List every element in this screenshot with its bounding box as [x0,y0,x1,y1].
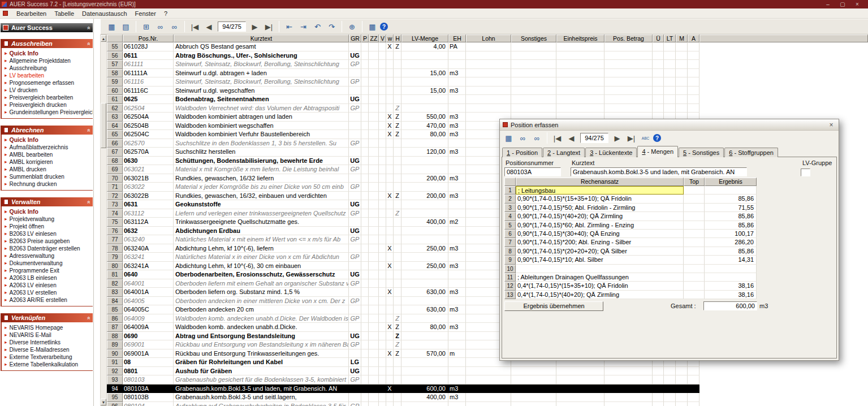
kurztext-field[interactable]: Grabenaush.komb.Bokl.3-5 und laden, mit … [571,167,747,176]
rechenansatz-row-1[interactable]: 1; Leitungsbau [504,186,757,195]
nav-next-button[interactable]: ▶ [248,20,261,33]
sidebar-item-adressverwaltung[interactable]: ▸Adressverwaltung [5,252,93,260]
record-position-indicator[interactable]: 94/275 [218,21,246,32]
rechenansatz-row-6[interactable]: 60,90*(1,74-0,15)*(30+40); QÄ Enzing100,… [504,230,757,238]
nav-next-button[interactable]: ▶ [611,132,624,144]
help-icon[interactable]: ? [380,23,388,31]
rechenansatz-row-9[interactable]: 90,90*(1,74-0,15)*10; Abl. Silber14,31 [504,256,757,264]
cell-rechenansatz[interactable]: 0,4*(1,74-0,15)*(15+35+10); QÄ Fridolin [516,282,684,290]
cell-rechenansatz[interactable]: 0,90*(1,74-0,15)*10; Abl. Silber [516,256,684,264]
column-header-p[interactable]: P [361,34,369,42]
table-row-95[interactable]: 95080103BGrabenaush.komb.Bokl.3-5 und se… [107,393,868,402]
column-header-w[interactable]: w [386,34,394,42]
table-row-59[interactable]: 59061116Steinwurf, Steinsatz, Blockwurf,… [107,77,868,87]
sidebar-item-ambl-korrigieren[interactable]: ▸AMBL korrigieren [5,158,93,166]
sidebar-item-a2063-lv-erstellen[interactable]: ▸A2063 LV erstellen [5,289,93,296]
sidebar-section-header-abrechnen[interactable]: Abrechnen» [1,126,93,135]
rechenansatz-row-11[interactable]: 11; Ableitungen Drainagen Quellfassungen [504,273,757,282]
column-header-zz[interactable]: ZZ [369,34,379,42]
tab-6-stoffgruppen[interactable]: 6 - Stoffgruppen [724,148,778,157]
cell-rechenansatz[interactable]: 0,90*(1,74-0,15)*50; Abl. Fridolin - Zir… [516,204,684,212]
column-header-lv-menge[interactable]: LV-Menge [401,34,448,42]
cell-rechenansatz[interactable]: 0,4*(1,74-0,15)*(40+20); QÄ Zirmling [516,291,684,299]
sidebar-section-header-ausschreiben[interactable]: Ausschreiben» [1,39,93,48]
menu-tabelle[interactable]: Tabelle [50,10,78,18]
column-header-gr[interactable]: GR [349,34,361,42]
rechenansatz-row-5[interactable]: 50,90*(1,74-0,15)*60; Abl. Zirmling - En… [504,221,757,230]
help-icon[interactable]: ? [653,134,661,142]
sidebar-header[interactable]: Auer Success » [1,23,93,32]
rechenansatz-row-12[interactable]: 120,4*(1,74-0,15)*(15+35+10); QÄ Fridoli… [504,282,757,290]
cell-rechenansatz[interactable]: 0,90*(1,74-0,15)*(20+20+20); QÄ Silber [516,247,684,256]
column-header-pos-nr[interactable]: Pos.Nr. [123,34,174,42]
column-header-lohn[interactable]: Lohn [466,34,511,42]
sidebar-section-header-verkn-pfen[interactable]: Verknüpfen» [1,313,93,322]
column-header-blank[interactable]: Ü [653,34,664,42]
sidebar-item-preisvergleich-drucken[interactable]: ▸Preisvergleich drucken [5,101,93,109]
table-row-94[interactable]: 94080103AGrabenaush.komb.Bokl.3-5 und la… [107,385,868,394]
sidebar-item-dokumentverwaltung[interactable]: ▸Dokumentverwaltung [5,260,93,267]
nav-last-button[interactable]: ▶| [262,20,275,33]
sidebar-item-preisvergleich-bearbeiten[interactable]: ▸Preisvergleich bearbeiten [5,94,93,101]
rechenansatz-row-2[interactable]: 20,90*(1,74-0,15)*(15+35+10); QÄ Fridoli… [504,195,757,203]
rechenansatz-row-13[interactable]: 130,4*(1,74-0,15)*(40+20); QÄ Zirmling38… [504,291,757,299]
close-button[interactable]: × [850,1,865,7]
sidebar-item-a2063-lv-einlesen[interactable]: ▸A2063 LV einlesen [5,282,93,289]
scroll-up-icon[interactable]: ▲ [101,35,106,42]
column-header-lt[interactable]: LT [664,34,676,42]
table-row-55[interactable]: 55061028JAbbruch QS Bestand gesamtXZ4,00… [107,42,868,51]
menu-fenster[interactable]: Fenster [131,10,160,18]
cell-rechenansatz[interactable]: 0,90*(1,74-0,15)*(30+40); QÄ Enzing [516,230,684,238]
tab-1-position[interactable]: 1 - Position [502,148,542,157]
sidebar-item-nevaris-homepage[interactable]: ▸NEVARIS Homepage [5,324,93,331]
menu-blank[interactable]: ? [160,10,171,18]
rechenansatz-row-3[interactable]: 30,90*(1,74-0,15)*50; Abl. Fridolin - Zi… [504,204,757,212]
sidebar-item-externe-tabellenkalkulation[interactable]: ▸Externe Tabellenkalkulation [5,361,93,368]
lv-gruppe-field[interactable] [801,169,810,176]
sidebar-item-a2063-ar-re-erstellen[interactable]: ▸A2063 AR/RE erstellen [5,296,93,304]
sidebar-item-ausschreibung[interactable]: ▸Ausschreibung [5,64,93,72]
column-header-eh[interactable]: EH [448,34,466,42]
edit-grid-icon[interactable]: ▦ [502,132,515,144]
sidebar-item-externe-textverarbeitung[interactable]: ▸Externe Textverarbeitung [5,353,93,361]
column-header-m[interactable]: M [676,34,688,42]
sidebar-item-summenblatt-drucken[interactable]: ▸Summenblatt drucken [5,173,93,180]
sidebar-item-quick-info[interactable]: ▸Quick Info [5,136,93,144]
column-header-kurztext[interactable]: Kurztext [174,34,349,42]
abc-check-icon[interactable]: ABC [639,132,652,144]
dialog-close-icon[interactable]: × [827,121,836,129]
rechenansatz-row-4[interactable]: 40,90*(1,74-0,15)*(40+20); QÄ Zirmling85… [504,212,757,221]
table-row-93[interactable]: 93080103Grabenaushub gesichert für die B… [107,375,868,385]
sidebar-item-prognosemenge-erfassen[interactable]: ▸Prognosemenge erfassen [5,79,93,87]
nav-last-button[interactable]: ▶| [625,132,638,144]
table-row-92[interactable]: 920801Aushub für GräbenUG [107,367,868,376]
menu-datenaustausch[interactable]: Datenaustausch [78,10,131,18]
nav-first-button[interactable]: |◀ [551,132,564,144]
table-row-58[interactable]: 58061111ASteinwurf u.dgl. abtragen + lad… [107,69,868,78]
sidebar-item-quick-info[interactable]: ▸Quick Info [5,208,93,215]
insert-row-icon[interactable]: ⊕ [346,20,359,33]
table-row-96[interactable]: 96080104Aufzahlung auf Grabenaushubarbei… [107,402,868,406]
table-vertical-scrollbar[interactable]: ▲ ▼ [100,34,107,406]
column-header-pos-betrag[interactable]: Pos. Betrag [604,34,653,42]
grid-header-ergebnis[interactable]: Ergebnis [705,178,757,186]
scroll-down-icon[interactable]: ▼ [101,399,106,405]
sidebar-item-projekt-ffnen[interactable]: ▸Projekt öffnen [5,223,93,230]
sidebar-item-allgemeine-projektdaten[interactable]: ▸Allgemeine Projektdaten [5,57,93,64]
grid-header-rechenansatz[interactable]: Rechenansatz [516,178,684,186]
sidebar-item-nevaris-e-mail[interactable]: ▸NEVARIS E-Mail [5,331,93,339]
cell-rechenansatz[interactable]: 0,90*(1,74-0,15)*(15+35+10); QÄ Fridolin [516,195,684,203]
record-position-indicator[interactable]: 94/275 [580,133,608,143]
cell-rechenansatz[interactable]: 0,90*(1,74-0,15)*60; Abl. Zirmling - Enz… [516,221,684,230]
cell-rechenansatz[interactable]: ; Leitungsbau [516,186,684,195]
maximize-button[interactable]: ▢ [835,1,850,7]
column-header-v[interactable]: V [379,34,386,42]
positionsnummer-field[interactable]: 080103A [504,167,561,176]
cell-rechenansatz[interactable] [516,265,684,273]
sidebar-item-aufma-blattverzeichnis[interactable]: ▸Aufmaßblattverzeichnis [5,144,93,151]
edit-form-icon[interactable]: ▤ [119,20,132,33]
nav-first-button[interactable]: |◀ [188,20,201,33]
nav-prev-button[interactable]: ◀ [202,20,215,33]
sidebar-item-diverse-internetlinks[interactable]: ▸Diverse Internetlinks [5,339,93,346]
menu-bearbeiten[interactable]: Bearbeiten [12,10,50,18]
